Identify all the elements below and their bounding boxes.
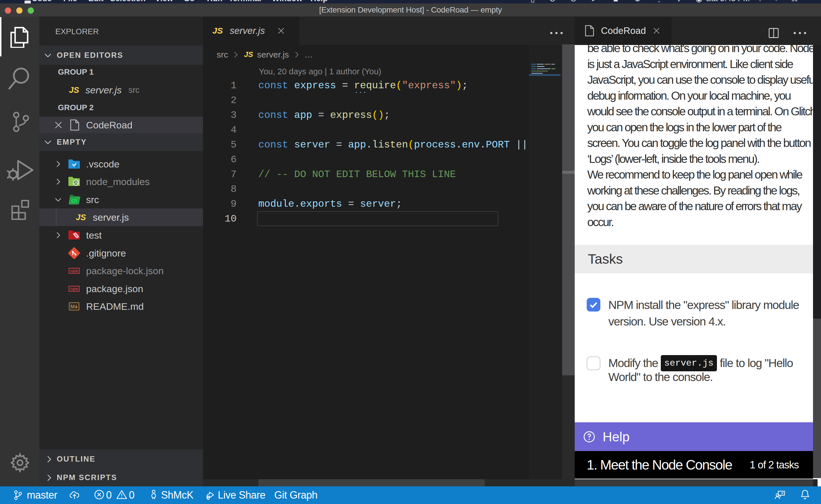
svg-text:M: M — [70, 304, 75, 310]
svg-text:npm: npm — [70, 269, 78, 273]
svg-text:npm: npm — [70, 287, 78, 291]
svg-text:JS: JS — [74, 181, 78, 185]
